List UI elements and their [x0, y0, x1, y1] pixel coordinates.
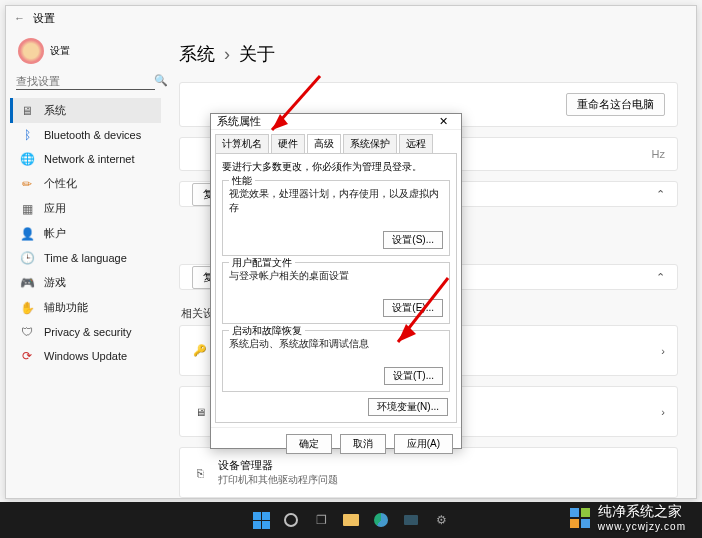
admin-note: 要进行大多数更改，你必须作为管理员登录。 [222, 160, 450, 174]
edge-icon[interactable] [372, 511, 390, 529]
sidebar-icon: 🛡 [20, 325, 34, 339]
page-title: 关于 [239, 44, 275, 64]
group-desc-perf: 视觉效果，处理器计划，内存使用，以及虚拟内存 [229, 187, 443, 215]
group-title-profile: 用户配置文件 [229, 256, 295, 270]
sidebar-item--[interactable]: 🖥系统 [10, 98, 161, 123]
group-profile: 用户配置文件 与登录帐户相关的桌面设置 设置(E)... [222, 262, 450, 324]
sidebar-item--[interactable]: ✏个性化 [10, 171, 161, 196]
rename-button[interactable]: 重命名这台电脑 [566, 93, 665, 116]
sidebar-item--[interactable]: 👤帐户 [10, 221, 161, 246]
settings-taskbar-icon[interactable]: ⚙ [432, 511, 450, 529]
sidebar-icon: 🖥 [20, 104, 34, 118]
sidebar-icon: ▦ [20, 202, 34, 216]
user-row[interactable]: 设置 [10, 34, 161, 68]
group-startup: 启动和故障恢复 系统启动、系统故障和调试信息 设置(T)... [222, 330, 450, 392]
explorer-icon[interactable] [342, 511, 360, 529]
sidebar-icon: 🎮 [20, 276, 34, 290]
sidebar-icon: 👤 [20, 227, 34, 241]
dialog-buttons: 确定 取消 应用(A) [211, 427, 461, 460]
tab-0[interactable]: 计算机名 [215, 134, 269, 153]
sidebar-icon: 🌐 [20, 152, 34, 166]
sidebar-item-windows-update[interactable]: ⟳Windows Update [10, 344, 161, 368]
sidebar-item-label: Time & language [44, 252, 127, 264]
sidebar-icon: ᛒ [20, 128, 34, 142]
chevron-up-icon[interactable]: ⌃ [656, 188, 665, 201]
apply-button[interactable]: 应用(A) [394, 434, 453, 454]
app-icon[interactable] [402, 511, 420, 529]
user-name: 设置 [50, 44, 70, 58]
watermark-url: www.ycwjzy.com [598, 521, 686, 532]
monitor-icon: 🖥 [192, 406, 208, 418]
sidebar-icon: 🕒 [20, 251, 34, 265]
chevron-up-icon-2[interactable]: ⌃ [656, 271, 665, 284]
sidebar-item-label: 辅助功能 [44, 300, 88, 315]
dialog-tabs: 计算机名硬件高级系统保护远程 [211, 130, 461, 153]
breadcrumb: 系统 › 关于 [179, 42, 678, 66]
tab-4[interactable]: 远程 [399, 134, 433, 153]
sidebar-item-label: Privacy & security [44, 326, 131, 338]
close-icon[interactable]: ✕ [431, 115, 455, 128]
sidebar-item-time-language[interactable]: 🕒Time & language [10, 246, 161, 270]
sidebar-item-label: 游戏 [44, 275, 66, 290]
sidebar-icon: ⟳ [20, 349, 34, 363]
sidebar-item-network-internet[interactable]: 🌐Network & internet [10, 147, 161, 171]
dialog-title: 系统属性 [217, 114, 261, 129]
crumb-root[interactable]: 系统 [179, 44, 215, 64]
sidebar-item-label: Windows Update [44, 350, 127, 362]
sidebar-icon: ✏ [20, 177, 34, 191]
sidebar-item-label: 应用 [44, 201, 66, 216]
sidebar: 设置 🔍 🖥系统ᛒBluetooth & devices🌐Network & i… [6, 30, 161, 498]
tab-2[interactable]: 高级 [307, 134, 341, 153]
sidebar-item--[interactable]: ▦应用 [10, 196, 161, 221]
search-input[interactable]: 🔍 [16, 74, 155, 90]
sidebar-item-label: Network & internet [44, 153, 134, 165]
ok-button[interactable]: 确定 [286, 434, 332, 454]
sidebar-icon: ✋ [20, 301, 34, 315]
group-title-perf: 性能 [229, 174, 255, 188]
system-properties-dialog: 系统属性 ✕ 计算机名硬件高级系统保护远程 要进行大多数更改，你必须作为管理员登… [210, 113, 462, 449]
dialog-titlebar: 系统属性 ✕ [211, 114, 461, 130]
key-icon: 🔑 [192, 344, 208, 357]
spec-hint: Hz [652, 148, 665, 160]
cancel-button[interactable]: 取消 [340, 434, 386, 454]
group-desc-startup: 系统启动、系统故障和调试信息 [229, 337, 443, 351]
start-button[interactable] [252, 511, 270, 529]
related-sub-3: 打印机和其他驱动程序问题 [218, 473, 338, 487]
search-taskbar-icon[interactable] [282, 511, 300, 529]
sidebar-item--[interactable]: ✋辅助功能 [10, 295, 161, 320]
sidebar-item-bluetooth-devices[interactable]: ᛒBluetooth & devices [10, 123, 161, 147]
window-title: 设置 [33, 11, 55, 26]
back-icon[interactable]: ← [14, 12, 25, 24]
watermark-name: 纯净系统之家 [598, 503, 682, 519]
watermark: 纯净系统之家 www.ycwjzy.com [570, 503, 686, 532]
startup-settings-button[interactable]: 设置(T)... [384, 367, 443, 385]
sidebar-item-label: 系统 [44, 103, 66, 118]
titlebar: ← 设置 [6, 6, 696, 30]
chevron-right-icon-2: › [661, 406, 665, 418]
related-title-3: 设备管理器 [218, 458, 338, 473]
tab-advanced-panel: 要进行大多数更改，你必须作为管理员登录。 性能 视觉效果，处理器计划，内存使用，… [215, 153, 457, 423]
sidebar-item-label: 个性化 [44, 176, 77, 191]
chevron-right-icon: › [661, 345, 665, 357]
sidebar-item-label: 帐户 [44, 226, 66, 241]
env-vars-button[interactable]: 环境变量(N)... [368, 398, 448, 416]
profile-settings-button[interactable]: 设置(E)... [383, 299, 443, 317]
group-performance: 性能 视觉效果，处理器计划，内存使用，以及虚拟内存 设置(S)... [222, 180, 450, 256]
sidebar-item-privacy-security[interactable]: 🛡Privacy & security [10, 320, 161, 344]
group-title-startup: 启动和故障恢复 [229, 324, 305, 338]
taskview-icon[interactable]: ❐ [312, 511, 330, 529]
tab-1[interactable]: 硬件 [271, 134, 305, 153]
crumb-sep: › [224, 44, 230, 64]
sidebar-item-label: Bluetooth & devices [44, 129, 141, 141]
device-icon: ⎘ [192, 467, 208, 479]
group-desc-profile: 与登录帐户相关的桌面设置 [229, 269, 443, 283]
avatar [18, 38, 44, 64]
sidebar-item--[interactable]: 🎮游戏 [10, 270, 161, 295]
perf-settings-button[interactable]: 设置(S)... [383, 231, 443, 249]
watermark-logo [570, 508, 590, 528]
tab-3[interactable]: 系统保护 [343, 134, 397, 153]
search-field[interactable] [16, 75, 154, 87]
